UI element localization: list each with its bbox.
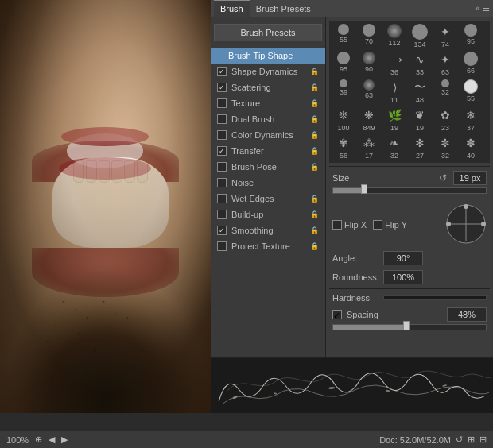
sidebar-item-brush-pose[interactable]: Brush Pose🔒 (211, 159, 325, 175)
flip-row: Flip X Flip Y (329, 201, 490, 249)
size-reset-icon[interactable]: ↺ (439, 172, 447, 183)
lock-protect-texture: 🔒 (310, 242, 319, 250)
svg-point-12 (95, 349, 97, 351)
brush-tip-item[interactable]: ✾56 (331, 133, 356, 161)
brush-tip-item[interactable]: ✼32 (433, 133, 458, 161)
checkbox-transfer[interactable]: ✓ (217, 146, 227, 156)
brush-tip-size: 27 (416, 152, 424, 160)
sidebar-item-smoothing[interactable]: ✓Smoothing🔒 (211, 222, 325, 238)
brush-tip-item[interactable]: ⟶36 (382, 50, 407, 78)
brush-tip-item[interactable]: 134 (407, 22, 433, 50)
svg-point-10 (79, 333, 81, 335)
sidebar-item-texture[interactable]: Texture🔒 (211, 95, 325, 111)
checkbox-brush-pose[interactable] (217, 162, 227, 172)
checkbox-texture[interactable] (217, 98, 227, 108)
checkbox-dual-brush[interactable] (217, 114, 227, 124)
sidebar-item-brush-tip-shape[interactable]: Brush Tip Shape (211, 48, 325, 64)
sidebar-item-color-dynamics[interactable]: Color Dynamics🔒 (211, 127, 325, 143)
expand-icon[interactable]: » (475, 4, 479, 13)
brush-tip-item[interactable]: 32 (433, 78, 458, 106)
spacing-checkbox[interactable]: ✓ (332, 310, 342, 319)
hardness-slider[interactable] (383, 295, 487, 300)
checkbox-smoothing[interactable]: ✓ (217, 226, 227, 235)
flip-x-check[interactable] (332, 220, 342, 230)
brush-presets-button[interactable]: Brush Presets (214, 24, 322, 41)
spacing-slider-track[interactable] (332, 324, 487, 330)
sidebar-item-protect-texture[interactable]: Protect Texture🔒 (211, 238, 325, 254)
grid-icon[interactable]: ⊞ (468, 434, 475, 445)
brush-tip-item[interactable]: 55 (458, 78, 483, 106)
checkbox-wet-edges[interactable] (217, 194, 227, 203)
brush-tips-grid: 5570112134✦74959590⟶36∿33✦63663963⟩11〜48… (329, 21, 490, 163)
zoom-icon[interactable]: ⊕ (35, 434, 42, 445)
brush-tip-item[interactable]: ❦19 (407, 106, 433, 133)
flip-y-checkbox[interactable]: Flip Y (373, 220, 407, 230)
brush-tip-item[interactable]: ✿23 (433, 106, 458, 133)
brush-tip-item[interactable]: 63 (356, 78, 382, 106)
sidebar-item-shape-dynamics[interactable]: ✓Shape Dynamics🔒 (211, 64, 325, 79)
sidebar-item-scattering[interactable]: ✓Scattering🔒 (211, 79, 325, 95)
brush-tip-item[interactable]: ✦74 (433, 22, 458, 50)
rotate-icon[interactable]: ↺ (456, 434, 463, 445)
roundness-input[interactable] (383, 270, 423, 284)
checkbox-build-up[interactable] (217, 210, 227, 219)
brush-tip-item[interactable]: ✦63 (433, 50, 458, 78)
tab-brush-presets[interactable]: Brush Presets (250, 0, 317, 17)
brush-tip-size: 849 (363, 124, 375, 132)
checkbox-noise[interactable] (217, 178, 227, 187)
label-transfer: Transfer (231, 146, 264, 156)
brush-tip-item[interactable]: 70 (356, 22, 382, 50)
sidebar-item-wet-edges[interactable]: Wet Edges🔒 (211, 191, 325, 207)
brush-tip-item[interactable]: 〜48 (407, 78, 433, 106)
brush-tip-size: 39 (340, 88, 347, 96)
menu-icon[interactable]: ☰ (483, 4, 490, 13)
brush-tip-item[interactable]: 55 (331, 22, 356, 50)
nav-next-icon[interactable]: ▶ (61, 434, 68, 445)
size-input[interactable] (453, 171, 487, 185)
brush-tip-item[interactable]: ✻27 (407, 133, 433, 161)
brush-tip-item[interactable]: 🌿19 (382, 106, 407, 133)
angle-input[interactable] (383, 251, 423, 265)
brush-tip-item[interactable]: 66 (458, 50, 483, 78)
brush-tip-size: 134 (413, 41, 425, 48)
brush-tip-item[interactable]: 95 (331, 50, 356, 78)
brush-tip-item[interactable]: ✽40 (458, 133, 483, 161)
flip-y-check[interactable] (373, 220, 382, 230)
brush-tip-item[interactable]: ❄37 (458, 106, 483, 133)
brush-tip-item[interactable]: ❊100 (331, 106, 356, 133)
flip-x-checkbox[interactable]: Flip X (332, 220, 367, 230)
brush-tip-size: 23 (441, 124, 449, 132)
brush-tip-item[interactable]: ∿33 (407, 50, 433, 78)
lock-texture: 🔒 (310, 99, 319, 107)
svg-point-16 (59, 157, 151, 180)
spacing-input[interactable] (447, 307, 487, 322)
svg-point-6 (103, 301, 105, 303)
brush-tip-item[interactable]: 90 (356, 50, 382, 78)
sidebar-item-build-up[interactable]: Build-up🔒 (211, 207, 325, 222)
sidebar-item-transfer[interactable]: ✓Transfer🔒 (211, 143, 325, 159)
nav-prev-icon[interactable]: ◀ (49, 434, 55, 445)
brush-tip-item[interactable]: 112 (382, 22, 407, 50)
lock-transfer: 🔒 (310, 147, 319, 155)
size-slider-track[interactable] (332, 187, 487, 194)
checkbox-scattering[interactable]: ✓ (217, 83, 227, 92)
checkbox-color-dynamics[interactable] (217, 130, 227, 140)
sidebar-item-noise[interactable]: Noise (211, 175, 325, 191)
info-icon[interactable]: ⊟ (479, 434, 487, 445)
checkbox-protect-texture[interactable] (217, 241, 227, 251)
label-noise: Noise (231, 178, 254, 187)
flip-y-label: Flip Y (385, 220, 407, 230)
sidebar-item-dual-brush[interactable]: Dual Brush🔒 (211, 111, 325, 127)
tab-brush[interactable]: Brush (214, 0, 250, 17)
brush-tip-item[interactable]: ⁂17 (356, 133, 382, 161)
brush-tip-item[interactable]: 39 (331, 78, 356, 106)
brush-tip-item[interactable]: ❧32 (382, 133, 407, 161)
brush-tip-item[interactable]: ❋849 (356, 106, 382, 133)
checkbox-shape-dynamics[interactable]: ✓ (217, 67, 227, 76)
brush-tip-size: 32 (390, 152, 398, 160)
brush-tip-item[interactable]: 95 (458, 22, 483, 50)
photo-canvas[interactable] (0, 0, 211, 413)
brush-tip-size: 63 (365, 91, 373, 99)
angle-preview[interactable] (445, 203, 487, 245)
brush-tip-item[interactable]: ⟩11 (382, 78, 407, 106)
